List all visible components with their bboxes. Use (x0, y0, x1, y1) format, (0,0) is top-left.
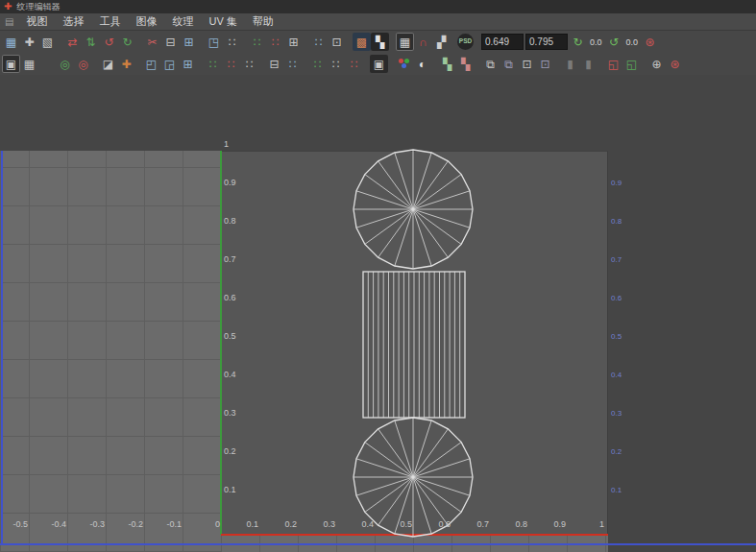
magnet-snap-icon[interactable]: ∩ (414, 33, 432, 51)
distribute-shells-icon[interactable]: ∷ (240, 55, 258, 73)
u-axis-tick-label: 0.1 (246, 520, 259, 529)
psd-network-icon[interactable]: PSD (457, 34, 474, 50)
v-axis-right-tick-label: 0.3 (611, 410, 622, 418)
lock-unselected-uvs-icon[interactable]: ▮ (579, 55, 597, 73)
toolbar: ▦✚▧⇄⇅↺↻✂⊟⊞◳∷∷∷⊞∷⊡▩▚▦∩▞PSD ↻ 0.0 ↺ 0.0 ⊛ … (0, 31, 756, 76)
v-axis-tick-label: 0.7 (224, 255, 236, 264)
menu-tools[interactable]: 工具 (91, 14, 128, 29)
toolbar-row-2: ▣▦◎◎◪✚◰◲⊞∷∷∷⊟∷∷∷∷▣◐▚▚⧉⧉⊡⊡▮▮◱◱⊕⊛ (0, 53, 756, 75)
grid-region-outside-uv (0, 151, 221, 552)
toolbar-icon (346, 33, 353, 51)
isolate-remove-icon[interactable]: ⊕ (647, 55, 666, 73)
u-axis-tick-label: 0.7 (476, 520, 490, 529)
rotate-uv-ccw-icon[interactable]: ↺ (100, 33, 118, 51)
align-uvs-u-icon[interactable]: ∷ (248, 33, 266, 51)
uv-select-mode-icon[interactable]: ▦ (20, 55, 38, 73)
layout-shells-icon[interactable]: ◰ (142, 55, 160, 73)
cycle-uvs-icon[interactable]: ◪ (99, 55, 117, 73)
randomize-shells-icon[interactable]: ∷ (283, 55, 302, 73)
toolbar-row2-icons: ▣▦◎◎◪✚◰◲⊞∷∷∷⊟∷∷∷∷▣◐▚▚⧉⧉⊡⊡▮▮◱◱⊕⊛ (2, 55, 684, 73)
align-shells-u-icon[interactable]: ∷ (204, 55, 222, 73)
layout-uvs-icon[interactable]: ◳ (205, 33, 223, 51)
checker-tile-b-icon[interactable]: ▚ (456, 55, 475, 73)
v-axis-tick-label: 0.4 (224, 371, 236, 379)
flip-u-icon[interactable]: ⇄ (63, 33, 82, 51)
reset-rotation-v-icon[interactable]: ↺ (605, 33, 623, 51)
sew-uv-edges-icon[interactable]: ⊟ (161, 33, 180, 51)
bottom-boundary-line (0, 543, 756, 545)
paste-v-icon[interactable]: ⊡ (536, 55, 554, 73)
straighten-uvs-icon[interactable]: ⊟ (265, 55, 283, 73)
match-uvs-icon[interactable]: ∷ (309, 33, 328, 51)
toolbar-icon (451, 33, 457, 51)
menu-view[interactable]: 视图 (18, 14, 55, 29)
toolbar-icon (92, 55, 99, 73)
dim-image-icon[interactable]: ◐ (413, 55, 431, 73)
u-coordinate-field[interactable] (481, 34, 524, 50)
paste-u-icon[interactable]: ⊡ (518, 55, 536, 73)
align-uvs-v-icon[interactable]: ∷ (266, 33, 284, 51)
toolbar-icon (554, 55, 561, 73)
v-coordinate-field[interactable] (525, 34, 568, 50)
u-axis-tick-label: 0.8 (515, 520, 528, 529)
u-axis-tick-label: 1 (599, 520, 605, 529)
u-axis-line (221, 534, 608, 536)
menu-textures[interactable]: 纹理 (164, 14, 201, 29)
rotate-uv-cw-icon[interactable]: ↻ (118, 33, 136, 51)
tweak-uv-tool-icon[interactable]: ▧ (38, 33, 57, 51)
stack-shells-icon[interactable]: ⊞ (179, 55, 197, 73)
menu-select[interactable]: 选择 (55, 14, 91, 29)
flip-v-icon[interactable]: ⇅ (82, 33, 100, 51)
paste-uvs-icon[interactable]: ⧉ (500, 55, 518, 73)
snap-points-icon[interactable]: ∷ (308, 55, 327, 73)
toolbar-row1-icons: ▦✚▧⇄⇅↺↻✂⊟⊞◳∷∷∷⊞∷⊡▩▚▦∩▞PSD (2, 33, 480, 51)
rgb-channels-icon[interactable] (395, 55, 413, 73)
uv-snapshot-icon[interactable]: ▣ (370, 55, 388, 73)
menu-image[interactable]: 图像 (128, 14, 164, 29)
snap-together-icon[interactable]: ⊞ (284, 33, 303, 51)
match-grid-icon[interactable]: ∷ (327, 55, 345, 73)
uv-shell-select-icon[interactable]: ▣ (2, 55, 20, 73)
panel-menu-icon[interactable]: ▤ (0, 16, 18, 27)
menu-help[interactable]: 帮助 (245, 14, 281, 29)
refresh-uv-icon[interactable]: ⊛ (641, 33, 659, 51)
u-axis-tick-label: 0.2 (284, 520, 298, 529)
grid-display-icon[interactable]: ▦ (396, 33, 414, 51)
add-uvs-icon[interactable]: ✚ (117, 55, 135, 73)
clear-isolation-icon[interactable]: ⊛ (666, 55, 684, 73)
texture-editor-window: ✚ 纹理编辑器 ▤ 视图选择工具图像纹理UV 集帮助 ▦✚▧⇄⇅↺↻✂⊟⊞◳∷∷… (0, 0, 756, 552)
cut-uv-edges-icon[interactable]: ✂ (143, 33, 161, 51)
v-axis-right-tick-label: 0.6 (611, 295, 622, 302)
reset-rotation-u-icon[interactable]: ↻ (569, 33, 587, 51)
u-axis-tick-label: 0.5 (400, 520, 413, 529)
v-axis-right-tick-label: 0.8 (611, 218, 622, 226)
rotate-shell-cw-icon[interactable]: ◎ (56, 55, 74, 73)
uv-lattice-tool-icon[interactable]: ▦ (2, 33, 20, 51)
move-uv-tool-icon[interactable]: ✚ (20, 33, 38, 51)
checker-tile-a-icon[interactable]: ▚ (438, 55, 456, 73)
menubar: ▤ 视图选择工具图像纹理UV 集帮助 (0, 13, 756, 31)
unfold-uvs-icon[interactable]: ∷ (223, 33, 241, 51)
v-axis-tick-label: 0.1 (224, 486, 236, 494)
v-axis-right-tick-label: 0.7 (611, 256, 622, 264)
normalize-uvs-icon[interactable]: ⊡ (328, 33, 346, 51)
left-boundary-line (1, 151, 3, 545)
copy-uvs-icon[interactable]: ⧉ (481, 55, 500, 73)
v-axis-tick-label: 0.3 (224, 409, 236, 418)
u-axis-tick-label: -0.4 (51, 520, 67, 529)
image-display-icon[interactable]: ▩ (353, 33, 371, 51)
align-shells-v-icon[interactable]: ∷ (222, 55, 240, 73)
pixel-snap-icon[interactable]: ▞ (432, 33, 451, 51)
u-axis-tick-label: -0.2 (128, 520, 144, 529)
v-axis-line (220, 151, 222, 535)
move-and-sew-icon[interactable]: ⊞ (180, 33, 198, 51)
checker-display-icon[interactable]: ▚ (371, 33, 389, 51)
warp-image-icon[interactable]: ∷ (345, 55, 363, 73)
menu-uv-sets[interactable]: UV 集 (201, 14, 244, 29)
isolate-add-icon[interactable]: ◱ (622, 55, 641, 73)
orient-shells-icon[interactable]: ◲ (160, 55, 179, 73)
isolate-select-toggle-icon[interactable]: ◱ (604, 55, 622, 73)
uv-editor-canvas[interactable]: 10.90.80.70.60.50.40.30.20.1 0.90.80.70.… (0, 75, 756, 552)
rotate-shell-ccw-icon[interactable]: ◎ (74, 55, 92, 73)
lock-selected-uvs-icon[interactable]: ▮ (561, 55, 579, 73)
